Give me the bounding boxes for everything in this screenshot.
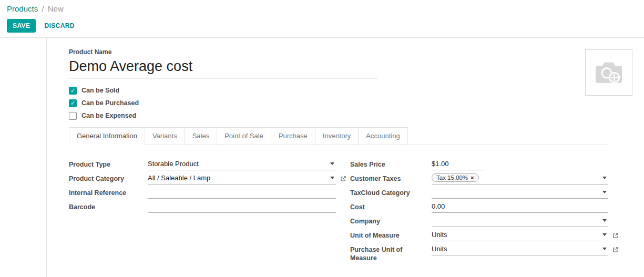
checkbox-group: ✓Can be Sold✓Can be PurchasedCan be Expe… <box>69 86 608 120</box>
external-link-icon[interactable] <box>340 173 347 184</box>
field-value: 0.00 <box>432 202 608 210</box>
field-row-product-type: Product TypeStorable Product <box>69 159 336 170</box>
discard-button[interactable]: DISCARD <box>44 22 74 29</box>
tab-variants[interactable]: Variants <box>145 127 185 145</box>
dropdown-caret-icon[interactable] <box>602 219 607 222</box>
field-value <box>481 174 599 182</box>
field-label-company: Company <box>350 216 432 225</box>
dropdown-caret-icon[interactable] <box>602 248 607 250</box>
field-label-internal-reference: Internal Reference <box>69 187 148 197</box>
dropdown-caret-icon[interactable] <box>602 233 607 236</box>
form-view: Product Name ✓Can be Sold✓Can be Purchas… <box>0 38 644 277</box>
field-label-purchase-unit-of-measure: Purchase Unit of Measure <box>350 244 432 262</box>
field-input-taxcloud-category[interactable] <box>432 187 608 199</box>
dropdown-caret-icon[interactable] <box>330 177 334 179</box>
field-value: Storable Product <box>148 160 327 168</box>
field-row-company: Company <box>350 216 608 227</box>
field-input-cost[interactable]: 0.00 <box>432 201 608 213</box>
field-column-right: Sales Price$1.00Customer TaxesTax 15.00%… <box>350 159 608 265</box>
field-row-internal-reference: Internal Reference <box>69 187 336 199</box>
checkbox-row-can-be-purchased: ✓Can be Purchased <box>69 99 608 107</box>
tab-inventory[interactable]: Inventory <box>315 127 359 145</box>
field-input-internal-reference[interactable] <box>148 187 336 199</box>
save-button[interactable]: SAVE <box>7 19 36 33</box>
camera-plus-icon <box>594 59 624 86</box>
field-input-barcode[interactable] <box>148 201 336 213</box>
action-buttons: SAVE DISCARD <box>7 19 636 32</box>
checkbox-can-be-expensed[interactable] <box>69 112 77 120</box>
tag-remove-icon[interactable]: × <box>471 175 474 181</box>
field-input-sales-price[interactable]: $1.00 <box>432 159 485 170</box>
field-row-product-category: Product CategoryAll / Saleable / Lamp <box>69 173 336 184</box>
field-value <box>148 202 336 210</box>
tab-bar: General InformationVariantsSalesPoint of… <box>69 127 608 145</box>
field-column-left: Product TypeStorable ProductProduct Cate… <box>69 159 336 265</box>
field-input-customer-taxes[interactable]: Tax 15.00%× <box>432 173 608 184</box>
field-label-customer-taxes: Customer Taxes <box>350 173 432 183</box>
breadcrumb-separator: / <box>42 4 44 13</box>
field-label-product-category: Product Category <box>69 173 148 183</box>
field-row-barcode: Barcode <box>69 201 336 213</box>
field-value: All / Saleable / Lamp <box>148 174 327 182</box>
breadcrumb-current: New <box>48 4 64 13</box>
field-value: Units <box>432 231 599 239</box>
dropdown-caret-icon[interactable] <box>602 177 607 179</box>
field-input-purchase-unit-of-measure[interactable]: Units <box>432 244 608 255</box>
field-value: $1.00 <box>432 160 485 168</box>
tab-accounting[interactable]: Accounting <box>358 127 407 145</box>
checkbox-row-can-be-expensed: Can be Expensed <box>69 111 608 120</box>
field-label-unit-of-measure: Unit of Measure <box>350 230 432 240</box>
checkbox-row-can-be-sold: ✓Can be Sold <box>69 86 608 95</box>
field-row-cost: Cost0.00 <box>350 201 608 213</box>
field-value: Units <box>432 245 599 253</box>
external-link-icon[interactable] <box>612 244 619 255</box>
product-image-placeholder[interactable] <box>585 49 632 96</box>
field-label-product-type: Product Type <box>69 159 148 169</box>
tag-label: Tax 15.00% <box>436 175 468 181</box>
dropdown-caret-icon[interactable] <box>602 191 607 193</box>
form-sheet: Product Name ✓Can be Sold✓Can be Purchas… <box>47 38 644 265</box>
field-input-unit-of-measure[interactable]: Units <box>432 230 608 241</box>
product-name-label: Product Name <box>69 48 608 56</box>
breadcrumb-products-link[interactable]: Products <box>7 4 38 13</box>
checkbox-label: Can be Expensed <box>81 112 136 119</box>
field-row-sales-price: Sales Price$1.00 <box>350 159 608 170</box>
field-label-taxcloud-category: TaxCloud Category <box>350 187 432 197</box>
field-row-taxcloud-category: TaxCloud Category <box>350 187 608 199</box>
field-value <box>432 188 599 196</box>
tab-general-information[interactable]: General Information <box>69 127 145 145</box>
field-value <box>148 188 336 196</box>
product-name-input[interactable] <box>69 57 378 78</box>
dropdown-caret-icon[interactable] <box>330 162 334 165</box>
field-input-product-category[interactable]: All / Saleable / Lamp <box>148 173 336 184</box>
field-label-cost: Cost <box>350 201 432 211</box>
external-link-icon[interactable] <box>612 230 619 241</box>
checkbox-label: Can be Purchased <box>81 99 139 107</box>
control-panel: Products / New SAVE DISCARD <box>0 0 644 38</box>
field-area: Product TypeStorable ProductProduct Cate… <box>69 159 608 265</box>
field-row-purchase-unit-of-measure: Purchase Unit of MeasureUnits <box>350 244 608 262</box>
breadcrumb: Products / New <box>7 4 636 14</box>
field-row-unit-of-measure: Unit of MeasureUnits <box>350 230 608 241</box>
checkbox-label: Can be Sold <box>81 87 119 94</box>
tab-sales[interactable]: Sales <box>185 127 218 145</box>
tag-tax-15-00: Tax 15.00%× <box>432 173 479 182</box>
tab-purchase[interactable]: Purchase <box>271 127 315 145</box>
field-label-sales-price: Sales Price <box>350 159 432 169</box>
field-label-barcode: Barcode <box>69 201 148 211</box>
field-value <box>432 217 599 224</box>
checkbox-can-be-sold[interactable]: ✓ <box>69 87 77 95</box>
field-input-company[interactable] <box>432 216 608 227</box>
field-input-product-type[interactable]: Storable Product <box>148 159 336 170</box>
tab-point-of-sale[interactable]: Point of Sale <box>217 127 271 145</box>
checkbox-can-be-purchased[interactable]: ✓ <box>69 99 77 107</box>
field-row-customer-taxes: Customer TaxesTax 15.00%× <box>350 173 608 184</box>
